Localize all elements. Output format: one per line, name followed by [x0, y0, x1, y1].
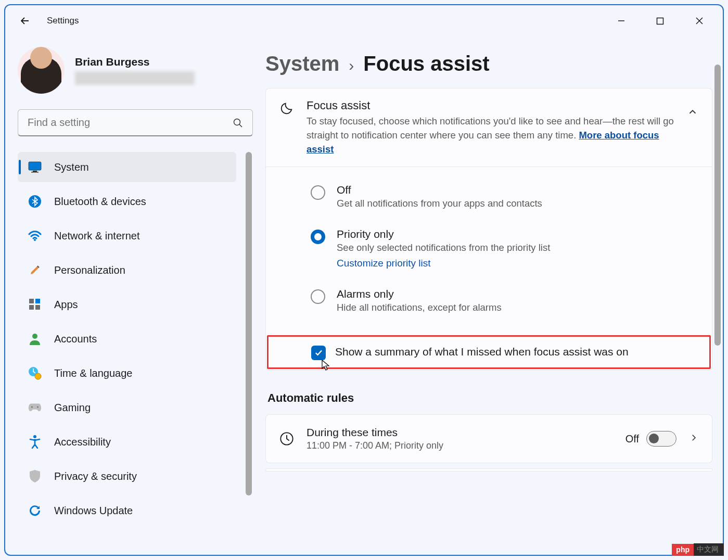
summary-checkbox-row: Show a summary of what I missed when foc…: [267, 335, 711, 369]
arrow-left-icon: [19, 15, 31, 27]
nav-label: Privacy & security: [54, 470, 137, 482]
svg-point-16: [37, 406, 39, 408]
svg-point-17: [33, 435, 36, 438]
automatic-rules-heading: Automatic rules: [267, 391, 712, 405]
radio-priority-only[interactable]: Priority only See only selected notifica…: [311, 219, 698, 278]
svg-point-14: [35, 373, 41, 379]
radio-off[interactable]: Off Get all notifications from your apps…: [311, 174, 698, 219]
close-icon: [695, 16, 704, 26]
radio-description: Get all notifications from your apps and…: [337, 198, 542, 209]
chevron-up-icon: [687, 106, 698, 118]
rule-title: During these times: [306, 426, 613, 439]
breadcrumb-current: Focus assist: [363, 52, 489, 75]
svg-point-7: [34, 239, 36, 241]
app-title: Settings: [47, 16, 79, 26]
nav-item-system[interactable]: System: [18, 152, 236, 182]
gamepad-icon: [28, 401, 42, 414]
maximize-icon: [656, 17, 664, 25]
radio-description: Hide all notifications, except for alarm…: [337, 302, 502, 313]
svg-rect-8: [29, 299, 34, 303]
sidebar: Brian Burgess System: [5, 36, 265, 555]
nav-item-accessibility[interactable]: Accessibility: [18, 427, 236, 457]
rule-during-times[interactable]: During these times 11:00 PM - 7:00 AM; P…: [265, 414, 712, 463]
accounts-icon: [28, 332, 42, 346]
svg-point-1: [234, 119, 240, 125]
search-box[interactable]: [18, 109, 253, 136]
chevron-right-icon: ›: [349, 57, 354, 74]
profile-name: Brian Burgess: [75, 56, 195, 68]
settings-window: Settings Brian Burgess: [4, 4, 724, 556]
svg-rect-0: [657, 18, 663, 24]
nav-item-time-language[interactable]: Time & language: [18, 358, 236, 388]
paintbrush-icon: [28, 263, 42, 277]
minimize-icon: [617, 17, 625, 25]
search-input[interactable]: [28, 117, 233, 129]
radio-button[interactable]: [311, 230, 325, 244]
clock-globe-icon: [28, 366, 42, 380]
nav-label: Accounts: [54, 333, 97, 345]
focus-assist-options: Off Get all notifications from your apps…: [266, 167, 712, 335]
summary-checkbox[interactable]: [311, 346, 326, 360]
nav-item-apps[interactable]: Apps: [18, 289, 236, 320]
minimize-button[interactable]: [602, 10, 641, 32]
back-button[interactable]: [18, 14, 32, 28]
cursor-icon: [321, 360, 331, 371]
badge-cn: 中文网: [694, 543, 724, 556]
moon-icon: [279, 101, 294, 116]
close-button[interactable]: [680, 10, 719, 32]
maximize-button[interactable]: [641, 10, 680, 32]
svg-point-12: [32, 334, 37, 339]
nav: System Bluetooth & devices Network & int…: [18, 152, 253, 526]
profile-block[interactable]: Brian Burgess: [18, 47, 253, 94]
nav-label: Network & internet: [54, 230, 140, 242]
chevron-right-icon: [689, 433, 698, 444]
nav-label: System: [54, 161, 89, 173]
shield-icon: [28, 469, 42, 483]
nav-item-network[interactable]: Network & internet: [18, 221, 236, 251]
radio-alarms-only[interactable]: Alarms only Hide all notifications, exce…: [311, 278, 698, 323]
svg-rect-2: [29, 162, 41, 170]
rule-next-partial[interactable]: [265, 468, 712, 472]
sidebar-scrollbar[interactable]: [246, 152, 252, 495]
watermark-badge: php 中文网: [672, 543, 724, 556]
breadcrumb: System › Focus assist: [265, 52, 712, 75]
customize-priority-list-link[interactable]: Customize priority list: [337, 258, 550, 269]
main-scrollbar[interactable]: [714, 65, 721, 346]
radio-label: Off: [337, 184, 542, 196]
svg-rect-4: [33, 171, 37, 172]
nav-item-accounts[interactable]: Accounts: [18, 324, 236, 354]
wifi-icon: [28, 229, 42, 243]
titlebar: Settings: [5, 5, 723, 36]
svg-rect-11: [35, 305, 40, 310]
radio-label: Alarms only: [337, 288, 502, 300]
avatar: [18, 47, 65, 94]
accessibility-icon: [28, 435, 42, 449]
profile-email-redacted: [75, 71, 195, 85]
search-icon: [233, 118, 243, 128]
nav-label: Bluetooth & devices: [54, 196, 146, 208]
update-icon: [28, 504, 42, 517]
breadcrumb-parent[interactable]: System: [265, 52, 339, 75]
nav-label: Accessibility: [54, 436, 111, 448]
focus-assist-title: Focus assist: [306, 99, 674, 112]
window-controls: [602, 10, 719, 32]
main-content: System › Focus assist Focus assist To st…: [265, 36, 723, 555]
radio-label: Priority only: [337, 228, 550, 240]
rule-description: 11:00 PM - 7:00 AM; Priority only: [306, 440, 613, 451]
rule-toggle[interactable]: [646, 431, 676, 447]
focus-assist-expander[interactable]: Focus assist To stay focused, choose whi…: [266, 88, 712, 167]
check-icon: [314, 348, 323, 358]
toggle-knob: [649, 434, 659, 443]
nav-item-gaming[interactable]: Gaming: [18, 392, 236, 423]
nav-item-windows-update[interactable]: Windows Update: [18, 495, 236, 526]
nav-item-personalization[interactable]: Personalization: [18, 255, 236, 285]
focus-assist-card: Focus assist To stay focused, choose whi…: [265, 88, 712, 371]
nav-item-privacy[interactable]: Privacy & security: [18, 461, 236, 491]
nav-item-bluetooth[interactable]: Bluetooth & devices: [18, 186, 236, 217]
radio-button[interactable]: [311, 185, 325, 200]
badge-php: php: [672, 544, 694, 555]
radio-button[interactable]: [311, 289, 325, 304]
clock-icon: [279, 431, 294, 446]
bluetooth-icon: [28, 195, 42, 208]
svg-rect-5: [31, 172, 39, 173]
